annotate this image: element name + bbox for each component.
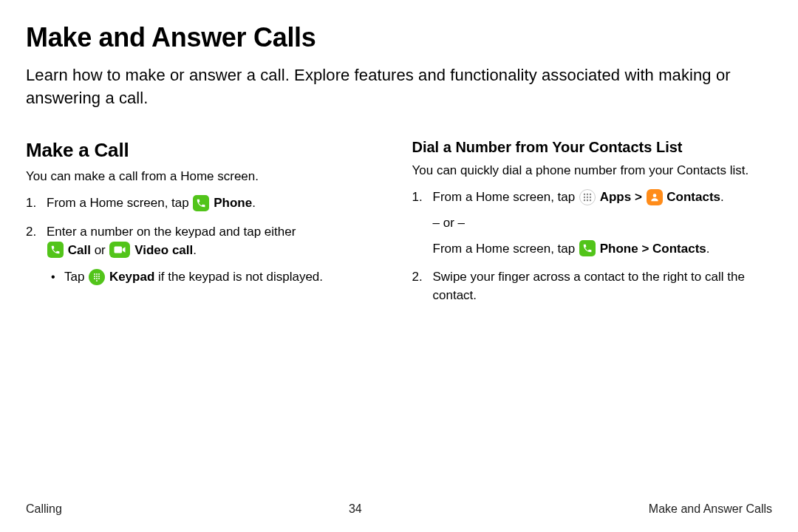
chevron-2: >: [638, 242, 652, 256]
page-title: Make and Answer Calls: [26, 22, 772, 53]
svg-point-2: [96, 273, 98, 275]
alt-contacts-label: Contacts: [652, 242, 706, 256]
alt-path: From a Home screen, tap Phone > Contacts…: [433, 240, 773, 259]
dial-contacts-heading: Dial a Number from Your Contacts List: [412, 139, 773, 156]
step1-pre: From a Home screen, tap: [47, 196, 192, 210]
make-call-steps: From a Home screen, tap Phone. Enter a n…: [26, 194, 386, 287]
svg-point-14: [584, 197, 585, 198]
left-column: Make a Call You can make a call from a H…: [26, 139, 386, 315]
apps-icon: [579, 189, 596, 205]
bullet-pre: Tap: [64, 270, 88, 284]
dial-step-1: From a Home screen, tap Apps > Contacts.…: [412, 188, 773, 258]
svg-point-13: [590, 194, 591, 195]
alt-phone-label: Phone: [600, 242, 638, 256]
svg-point-8: [96, 278, 98, 279]
intro-text: Learn how to make or answer a call. Expl…: [26, 64, 772, 109]
contacts-label: Contacts: [666, 190, 720, 204]
svg-point-17: [584, 200, 585, 201]
svg-point-18: [587, 200, 588, 201]
content-columns: Make a Call You can make a call from a H…: [26, 139, 772, 315]
make-call-step-2: Enter a number on the keypad and tap eit…: [26, 223, 386, 287]
bullet-post: if the keypad is not displayed.: [154, 270, 323, 284]
svg-point-7: [94, 278, 95, 279]
dial-contacts-desc: You can quickly dial a phone number from…: [412, 162, 773, 180]
footer-page-number: 34: [349, 502, 362, 516]
svg-point-4: [94, 276, 95, 277]
step1-post: .: [252, 196, 256, 210]
r-step1-pre: From a Home screen, tap: [433, 190, 579, 204]
keypad-bullet: Tap Keypad if the keypad is not displaye…: [47, 268, 386, 287]
svg-point-3: [98, 273, 100, 275]
svg-point-5: [96, 276, 98, 277]
step2-post: .: [193, 243, 197, 257]
svg-point-15: [587, 197, 588, 198]
video-call-icon: [109, 242, 130, 258]
svg-point-20: [652, 194, 656, 197]
contacts-icon: [647, 189, 663, 205]
footer-left: Calling: [26, 502, 62, 516]
make-call-step-1: From a Home screen, tap Phone.: [26, 194, 386, 213]
chevron-1: >: [631, 190, 645, 204]
or-separator: – or –: [433, 214, 773, 233]
keypad-icon: [89, 269, 105, 285]
svg-rect-0: [115, 247, 123, 253]
svg-point-11: [584, 194, 585, 195]
svg-point-19: [590, 200, 591, 201]
make-call-desc: You can make a call from a Home screen.: [26, 168, 386, 185]
call-icon: [47, 242, 64, 258]
keypad-label: Keypad: [109, 270, 154, 284]
step2-or: or: [91, 243, 109, 257]
svg-point-1: [94, 273, 95, 275]
svg-point-10: [96, 280, 98, 282]
phone-label: Phone: [214, 196, 252, 210]
make-call-heading: Make a Call: [26, 139, 386, 162]
svg-point-16: [590, 197, 591, 198]
phone-icon-alt: [579, 240, 596, 256]
call-label: Call: [68, 243, 91, 257]
apps-label: Apps: [600, 190, 632, 204]
dial-step-2: Swipe your finger across a contact to th…: [412, 268, 773, 304]
phone-icon: [193, 195, 209, 211]
alt-post: .: [706, 242, 710, 256]
r-step1-post: .: [720, 190, 724, 204]
video-call-label: Video call: [134, 243, 193, 257]
make-call-sub-bullets: Tap Keypad if the keypad is not displaye…: [47, 268, 386, 287]
alt-pre: From a Home screen, tap: [433, 242, 579, 256]
dial-contacts-steps: From a Home screen, tap Apps > Contacts.…: [412, 188, 773, 304]
step2-pre: Enter a number on the keypad and tap eit…: [47, 225, 296, 239]
svg-point-9: [98, 278, 100, 279]
right-column: Dial a Number from Your Contacts List Yo…: [412, 139, 773, 315]
svg-point-12: [587, 194, 588, 195]
svg-point-6: [98, 276, 100, 277]
footer-right: Make and Answer Calls: [649, 502, 772, 516]
page-footer: Calling 34 Make and Answer Calls: [26, 502, 772, 516]
